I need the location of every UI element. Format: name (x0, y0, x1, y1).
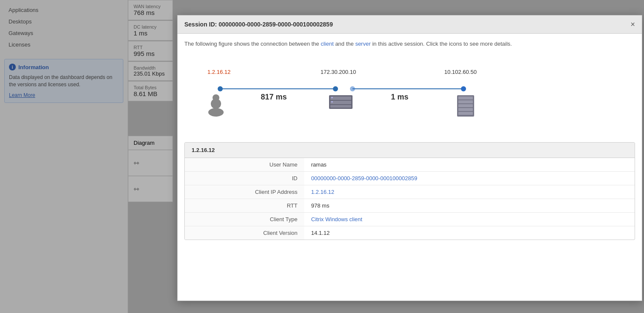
description-text-3: in this active session. Click the icons … (371, 41, 512, 47)
modal-title: Session ID: 00000000-0000-2859-0000-0001… (184, 21, 333, 28)
svg-point-10 (208, 108, 224, 117)
modal-description: The following figure shows the connectio… (178, 34, 642, 53)
svg-rect-13 (330, 97, 351, 100)
svg-point-5 (461, 86, 466, 91)
row-label-username: User Name (185, 158, 304, 172)
svg-text:172.30.200.10: 172.30.200.10 (321, 69, 356, 75)
svg-rect-14 (330, 101, 351, 104)
svg-text:10.102.60.50: 10.102.60.50 (444, 69, 477, 75)
description-text-1: The following figure shows the connectio… (184, 41, 321, 47)
table-row: Client Version 14.1.12 (185, 226, 635, 240)
svg-point-2 (218, 86, 223, 91)
table-row: User Name ramas (185, 158, 635, 172)
details-header: 1.2.16.12 (185, 143, 635, 158)
client-type-link[interactable]: Citrix Windows client (311, 216, 362, 222)
svg-rect-16 (331, 97, 333, 98)
svg-rect-22 (458, 108, 473, 111)
client-ip-link[interactable]: 1.2.16.12 (311, 189, 334, 195)
svg-point-3 (333, 86, 338, 91)
table-row: ID 00000000-0000-2859-0000-000100002859 (185, 171, 635, 185)
row-label-client-version: Client Version (185, 226, 304, 240)
row-label-rtt: RTT (185, 199, 304, 212)
svg-point-4 (350, 86, 355, 91)
svg-rect-15 (330, 105, 351, 108)
description-server: server (355, 41, 370, 47)
svg-text:817 ms: 817 ms (261, 93, 287, 101)
table-row: Client Type Citrix Windows client (185, 212, 635, 226)
row-label-client-ip: Client IP Address (185, 185, 304, 199)
table-row: Client IP Address 1.2.16.12 (185, 185, 635, 199)
svg-rect-17 (331, 101, 333, 102)
diagram-area: 1.2.16.12 172.30.200.10 10.102.60.50 (178, 53, 642, 138)
description-client: client (321, 41, 333, 47)
svg-rect-19 (458, 97, 473, 99)
row-label-id: ID (185, 171, 304, 185)
row-value-rtt: 978 ms (304, 199, 635, 212)
network-diagram: 1.2.16.12 172.30.200.10 10.102.60.50 (195, 61, 493, 129)
modal-dialog: Session ID: 00000000-0000-2859-0000-0001… (177, 15, 642, 301)
svg-rect-20 (458, 100, 473, 103)
row-value-client-type: Citrix Windows client (304, 212, 635, 226)
id-link[interactable]: 00000000-0000-2859-0000-000100002859 (311, 175, 417, 181)
description-text-2: and the (334, 41, 356, 47)
details-table: User Name ramas ID 00000000-0000-2859-00… (185, 158, 635, 240)
svg-rect-23 (458, 112, 473, 115)
modal-close-button[interactable]: × (630, 20, 635, 28)
svg-point-11 (213, 94, 219, 101)
row-value-username: ramas (304, 158, 635, 172)
svg-text:1.2.16.12: 1.2.16.12 (207, 69, 230, 75)
row-value-client-ip: 1.2.16.12 (304, 185, 635, 199)
row-value-client-version: 14.1.12 (304, 226, 635, 240)
row-label-client-type: Client Type (185, 212, 304, 226)
svg-text:1 ms: 1 ms (391, 93, 408, 101)
modal-body: The following figure shows the connectio… (178, 34, 642, 301)
svg-rect-21 (458, 104, 473, 107)
details-section: 1.2.16.12 User Name ramas ID 00000000-00… (184, 142, 635, 240)
table-row: RTT 978 ms (185, 199, 635, 212)
modal-header: Session ID: 00000000-0000-2859-0000-0001… (178, 15, 642, 34)
row-value-id: 00000000-0000-2859-0000-000100002859 (304, 171, 635, 185)
